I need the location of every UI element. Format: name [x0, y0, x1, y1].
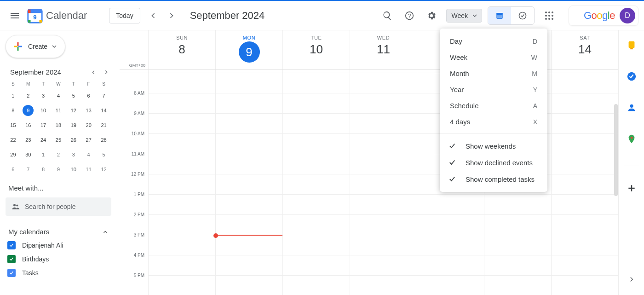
time-cell[interactable]: [551, 195, 618, 215]
support-button[interactable]: ?: [398, 5, 420, 27]
calendar-checkbox[interactable]: [7, 241, 16, 249]
view-option[interactable]: 4 daysX: [440, 114, 547, 130]
settings-button[interactable]: [420, 5, 443, 27]
time-cell[interactable]: [484, 195, 551, 215]
time-cell[interactable]: [417, 195, 484, 215]
time-cell[interactable]: [350, 134, 417, 154]
mini-day-cell[interactable]: 16: [21, 118, 36, 133]
addons-button[interactable]: [622, 179, 641, 197]
mini-day-cell[interactable]: 2: [21, 88, 36, 103]
mini-day-cell[interactable]: 8: [36, 162, 51, 177]
time-cell[interactable]: [148, 174, 215, 195]
tasks-tab[interactable]: [511, 7, 534, 24]
time-cell[interactable]: [215, 215, 282, 235]
mini-day-cell[interactable]: 12: [96, 162, 111, 177]
mini-day-cell[interactable]: 6: [81, 88, 96, 103]
main-menu-button[interactable]: [4, 5, 26, 27]
time-cell[interactable]: [215, 195, 282, 215]
mini-day-cell[interactable]: 26: [66, 133, 81, 147]
time-cell[interactable]: [551, 134, 618, 154]
time-cell[interactable]: [215, 93, 282, 114]
time-cell[interactable]: [282, 134, 350, 154]
time-cell[interactable]: [215, 73, 282, 93]
time-cell[interactable]: [350, 235, 417, 255]
time-cell[interactable]: [148, 195, 215, 215]
next-period-button[interactable]: [162, 6, 181, 25]
today-button[interactable]: Today: [109, 8, 140, 23]
time-cell[interactable]: [350, 114, 417, 134]
time-cell[interactable]: [417, 276, 484, 295]
time-cell[interactable]: [282, 114, 350, 134]
view-option[interactable]: ScheduleA: [440, 98, 547, 114]
time-cell[interactable]: [350, 215, 417, 235]
view-option[interactable]: MonthM: [440, 65, 547, 81]
time-cell[interactable]: [148, 215, 215, 235]
time-cell[interactable]: [350, 154, 417, 174]
view-option[interactable]: WeekW: [440, 49, 547, 65]
search-button[interactable]: [376, 5, 398, 27]
time-cell[interactable]: [148, 93, 215, 114]
time-cell[interactable]: [215, 235, 282, 255]
mini-day-cell[interactable]: 18: [51, 118, 66, 133]
day-header[interactable]: WED11: [350, 30, 417, 69]
day-header[interactable]: SAT14: [551, 30, 618, 69]
maps-button[interactable]: [622, 130, 641, 148]
calendar-checkbox[interactable]: [7, 255, 16, 263]
mini-prev-month[interactable]: [90, 69, 97, 75]
day-header[interactable]: TUE10: [282, 30, 350, 69]
mini-day-cell[interactable]: 17: [36, 118, 51, 133]
time-cell[interactable]: [148, 73, 215, 93]
time-cell[interactable]: [417, 235, 484, 255]
time-cell[interactable]: [215, 276, 282, 295]
time-cell[interactable]: [282, 195, 350, 215]
mini-day-cell[interactable]: 12: [66, 103, 81, 118]
time-cell[interactable]: [282, 235, 350, 255]
time-cell[interactable]: [282, 255, 350, 276]
mini-next-month[interactable]: [103, 69, 109, 75]
time-cell[interactable]: [551, 93, 618, 114]
time-cell[interactable]: [551, 114, 618, 134]
time-cell[interactable]: [350, 255, 417, 276]
mini-day-cell[interactable]: 30: [21, 147, 36, 162]
day-header[interactable]: SUN8: [148, 30, 215, 69]
time-cell[interactable]: [551, 235, 618, 255]
time-cell[interactable]: [282, 73, 350, 93]
view-toggle-option[interactable]: Show weekends: [440, 138, 547, 154]
google-apps-button[interactable]: [538, 5, 560, 27]
time-cell[interactable]: [551, 174, 618, 195]
time-cell[interactable]: [148, 134, 215, 154]
time-cell[interactable]: [551, 255, 618, 276]
mini-day-cell[interactable]: 19: [66, 118, 81, 133]
time-cell[interactable]: [350, 93, 417, 114]
mini-day-cell[interactable]: 15: [6, 118, 21, 133]
view-option[interactable]: DayD: [440, 33, 547, 49]
time-cell[interactable]: [282, 154, 350, 174]
create-button[interactable]: Create: [6, 35, 65, 58]
time-cell[interactable]: [282, 215, 350, 235]
time-cell[interactable]: [215, 134, 282, 154]
contacts-button[interactable]: [622, 98, 641, 117]
time-cell[interactable]: [484, 215, 551, 235]
mini-day-cell[interactable]: 21: [96, 118, 111, 133]
mini-day-cell[interactable]: 8: [6, 103, 21, 118]
mini-day-cell[interactable]: 13: [81, 103, 96, 118]
time-cell[interactable]: [148, 235, 215, 255]
time-cell[interactable]: [484, 276, 551, 295]
view-toggle-option[interactable]: Show declined events: [440, 154, 547, 171]
time-cell[interactable]: [417, 255, 484, 276]
view-selector[interactable]: Week: [446, 9, 482, 23]
date-range-label[interactable]: September 2024: [190, 10, 265, 22]
account-chip[interactable]: Google D: [569, 6, 638, 26]
prev-period-button[interactable]: [144, 6, 162, 25]
time-cell[interactable]: [551, 154, 618, 174]
time-cell[interactable]: [148, 255, 215, 276]
mini-day-cell[interactable]: 1: [36, 147, 51, 162]
mini-day-cell[interactable]: 9: [51, 162, 66, 177]
calendar-checkbox[interactable]: [7, 269, 16, 277]
mini-day-cell[interactable]: 7: [21, 162, 36, 177]
view-option[interactable]: YearY: [440, 81, 547, 98]
time-cell[interactable]: [417, 215, 484, 235]
search-people-input[interactable]: Search for people: [6, 197, 111, 216]
mini-day-cell[interactable]: 2: [51, 147, 66, 162]
mini-day-cell[interactable]: 28: [96, 133, 111, 147]
